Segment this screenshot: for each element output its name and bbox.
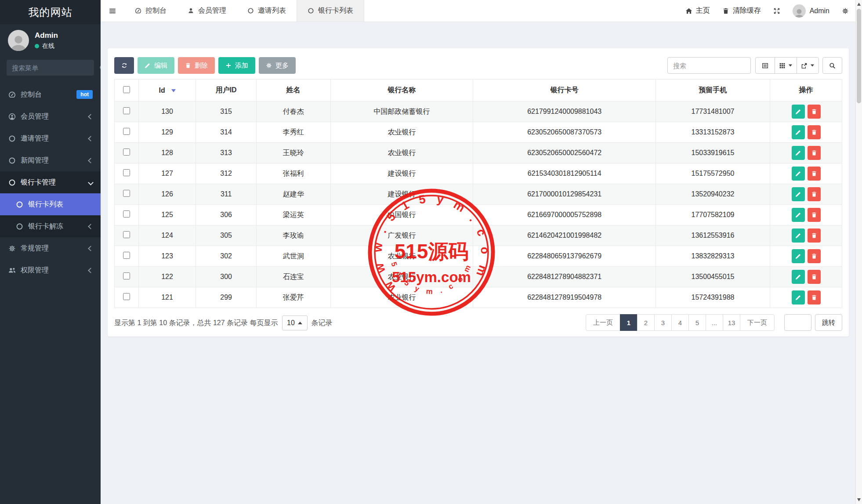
row-checkbox[interactable] [123,231,130,238]
sidebar-item-permissions[interactable]: 权限管理 [0,259,101,281]
page-prev-button[interactable]: 上一页 [586,314,620,331]
delete-button[interactable]: 删除 [178,57,215,74]
edit-row-button[interactable] [792,167,805,181]
delete-row-button[interactable] [808,249,821,263]
edit-row-button[interactable] [792,249,805,263]
page-next-button[interactable]: 下一页 [740,314,775,331]
table-search-input[interactable] [667,57,751,74]
row-checkbox[interactable] [123,252,130,259]
row-checkbox[interactable] [123,107,130,114]
row-checkbox[interactable] [123,293,130,300]
page-button-3[interactable]: 3 [654,314,672,331]
row-checkbox[interactable] [123,190,130,197]
columns-button[interactable] [775,57,797,74]
caret-down-icon [789,65,792,67]
trash-icon [811,253,817,259]
pencil-icon [795,191,801,197]
column-header-phone[interactable]: 预留手机 [656,80,770,102]
column-header-name[interactable]: 姓名 [256,80,330,102]
sidebar-item-label: 邀请管理 [21,134,49,143]
user-icon [188,7,194,14]
chevron-left-icon [89,137,93,141]
vertical-scrollbar[interactable] [855,0,862,504]
sidebar-item-general-settings[interactable]: 常规管理 [0,237,101,259]
sidebar-toggle-button[interactable] [101,0,124,22]
table-toolbar: 编辑 删除 添加 更多 [114,57,842,74]
sidebar-item-bankcard-management[interactable]: 银行卡管理 [0,171,101,193]
user-avatar [8,30,29,51]
jump-page-input[interactable] [784,314,811,331]
circle-icon [8,135,16,142]
column-header-card[interactable]: 银行卡号 [473,80,656,102]
menu-search-input[interactable] [12,64,99,72]
edit-row-button[interactable] [792,208,805,222]
search-button[interactable] [822,57,842,74]
row-checkbox[interactable] [123,272,130,279]
delete-row-button[interactable] [808,228,821,243]
delete-row-button[interactable] [808,105,821,119]
row-checkbox[interactable] [123,169,130,176]
sort-desc-icon [171,89,176,92]
scroll-down-arrow-icon[interactable] [857,498,861,501]
refresh-button[interactable] [114,57,134,74]
export-button[interactable] [797,57,819,74]
sidebar-item-dashboard[interactable]: 控制台 hot [0,83,101,105]
column-header-user-id[interactable]: 用户ID [196,80,256,102]
tab-members[interactable]: 会员管理 [177,0,237,22]
delete-row-button[interactable] [808,146,821,160]
delete-row-button[interactable] [808,125,821,139]
page-ellipsis[interactable]: ... [706,314,723,331]
navbar-user-menu[interactable]: Admin [793,4,829,18]
edit-row-button[interactable] [792,105,805,119]
scroll-up-arrow-icon[interactable] [857,3,861,6]
page-button-2[interactable]: 2 [637,314,655,331]
edit-row-button[interactable] [792,290,805,305]
edit-row-button[interactable] [792,125,805,139]
trash-icon [811,294,817,301]
more-button[interactable]: 更多 [259,57,296,74]
sidebar-item-members[interactable]: 会员管理 [0,105,101,127]
pencil-icon [145,62,151,69]
home-link[interactable]: 主页 [685,6,710,15]
user-status: 在线 [42,42,54,50]
jump-button[interactable]: 跳转 [815,314,842,331]
row-checkbox[interactable] [123,149,130,156]
row-checkbox[interactable] [123,210,130,218]
tab-invite-list[interactable]: 邀请列表 [237,0,297,22]
export-icon [801,62,808,69]
column-header-bank[interactable]: 银行名称 [330,80,473,102]
tab-dashboard[interactable]: 控制台 [124,0,177,22]
delete-row-button[interactable] [808,167,821,181]
tab-label: 银行卡列表 [318,6,353,15]
edit-row-button[interactable] [792,228,805,243]
sidebar-item-invites[interactable]: 邀请管理 [0,127,101,149]
settings-button[interactable] [842,7,849,15]
tab-bankcard-list[interactable]: 银行卡列表 [297,0,364,22]
fullscreen-button[interactable] [773,7,780,15]
sidebar-item-bankcard-list[interactable]: 银行卡列表 [0,193,101,215]
scrollbar-thumb[interactable] [857,9,861,103]
page-button-13[interactable]: 13 [723,314,740,331]
add-button[interactable]: 添加 [218,57,255,74]
page-button-1[interactable]: 1 [620,314,637,331]
page-size-select[interactable]: 10 [282,315,308,330]
clear-cache-link[interactable]: 清除缓存 [722,6,761,15]
detail-view-button[interactable] [755,57,775,74]
edit-row-button[interactable] [792,270,805,284]
sidebar-item-news[interactable]: 新闻管理 [0,149,101,171]
delete-row-button[interactable] [808,290,821,305]
delete-row-button[interactable] [808,208,821,222]
edit-row-button[interactable] [792,187,805,201]
edit-row-button[interactable] [792,146,805,160]
delete-row-button[interactable] [808,187,821,201]
page-button-5[interactable]: 5 [688,314,706,331]
trash-icon [811,212,817,218]
column-header-id[interactable]: Id [138,80,196,102]
trash-icon [185,62,191,69]
select-all-checkbox[interactable] [123,86,130,93]
sidebar-item-bankcard-unfreeze[interactable]: 银行卡解冻 [0,215,101,237]
delete-row-button[interactable] [808,270,821,284]
page-button-4[interactable]: 4 [671,314,689,331]
edit-button[interactable]: 编辑 [138,57,174,74]
row-checkbox[interactable] [123,128,130,135]
